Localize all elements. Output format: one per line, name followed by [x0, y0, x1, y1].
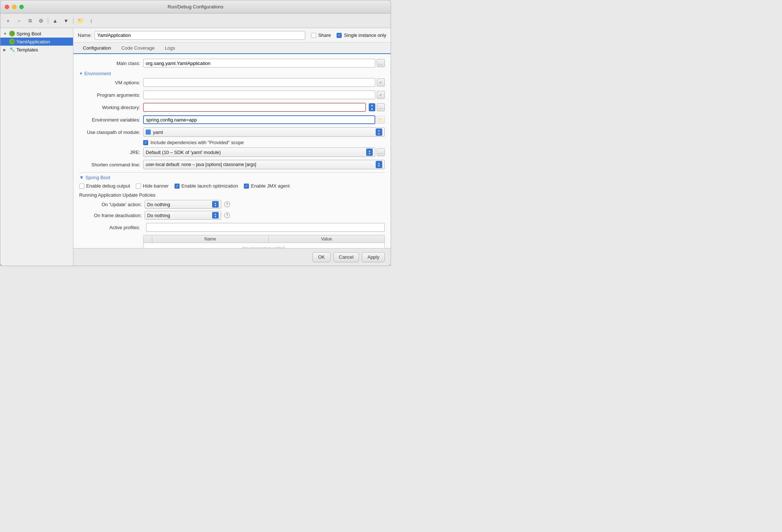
- override-params-label-row: Override parameters: Name Value: [79, 235, 385, 248]
- env-vars-label: Environment variables:: [79, 117, 143, 123]
- ok-button[interactable]: OK: [313, 252, 330, 262]
- on-frame-deact-help-icon[interactable]: ?: [224, 212, 230, 218]
- run-debug-config-window: Run/Debug Configurations + − ⧉ ⚙ ▲ ▼ 📁 ↕…: [0, 0, 391, 266]
- add-config-button[interactable]: +: [3, 17, 13, 25]
- active-profiles-input[interactable]: [146, 223, 385, 232]
- working-dir-label: Working directory:: [79, 105, 143, 110]
- titlebar: Run/Debug Configurations: [0, 0, 391, 14]
- yaml-application-label: YamlApplication: [16, 39, 50, 45]
- jre-browse-button[interactable]: …: [377, 148, 385, 156]
- spring-boot-arrow-icon: ▼: [3, 32, 8, 36]
- up-button[interactable]: ▲: [50, 17, 60, 25]
- working-dir-input[interactable]: [143, 103, 366, 112]
- sidebar-item-templates[interactable]: ▶ 🔧 Templates: [0, 46, 73, 54]
- spring-boot-checkboxes: Enable debug output Hide banner Enable l…: [79, 183, 385, 189]
- vm-options-field: ⤢: [143, 78, 385, 87]
- sidebar: ▼ 🌿 Spring Boot 🌿 YamlApplication ▶ 🔧 Te…: [0, 28, 73, 266]
- close-button[interactable]: [5, 5, 9, 9]
- share-label: Share: [318, 32, 331, 38]
- override-params-table: Name Value No parameters added. + −: [143, 235, 385, 248]
- apply-button[interactable]: Apply: [362, 252, 385, 262]
- include-deps-row: Include dependencies with "Provided" sco…: [79, 140, 385, 145]
- shorten-cmd-field: user-local default: none – java [options…: [143, 160, 385, 169]
- name-label: Name:: [78, 32, 92, 38]
- enable-debug-checkbox[interactable]: [79, 184, 84, 189]
- main-class-field: …: [143, 59, 385, 68]
- active-profiles-label: Active profiles:: [79, 225, 143, 230]
- environment-section-header: ▼ Environment: [79, 71, 385, 76]
- single-instance-checkbox[interactable]: [337, 33, 342, 38]
- settings-button[interactable]: ⚙: [36, 17, 46, 25]
- classpath-value: yaml: [153, 130, 163, 135]
- vm-options-row: VM options: ⤢: [79, 78, 385, 87]
- enable-jmx-checkbox[interactable]: [244, 184, 249, 189]
- on-frame-deact-label: On frame deactivation:: [85, 213, 142, 218]
- working-dir-browse-button[interactable]: …: [377, 103, 385, 111]
- minimize-button[interactable]: [12, 5, 16, 9]
- program-args-row: Program arguments: ⤢: [79, 90, 385, 100]
- vm-options-expand-button[interactable]: ⤢: [377, 78, 385, 86]
- hide-banner-checkbox[interactable]: [136, 184, 141, 189]
- sort-button[interactable]: ↕: [87, 17, 96, 25]
- jre-select[interactable]: Default (10 – SDK of 'yaml' module) ▲ ▼: [143, 147, 375, 157]
- include-deps-label: Include dependencies with "Provided" sco…: [150, 140, 244, 145]
- on-update-value: Do nothing: [147, 202, 170, 207]
- tab-configuration[interactable]: Configuration: [78, 43, 116, 54]
- templates-arrow-icon: ▶: [3, 48, 8, 52]
- on-update-help-icon[interactable]: ?: [224, 201, 230, 207]
- sidebar-item-spring-boot[interactable]: ▼ 🌿 Spring Boot: [0, 30, 73, 38]
- program-args-input[interactable]: [143, 90, 375, 99]
- params-name-col: Name: [152, 235, 269, 243]
- policies-title: Running Application Update Policies: [79, 192, 385, 198]
- single-instance-section: Single instance only: [337, 32, 386, 38]
- cancel-button[interactable]: Cancel: [333, 252, 359, 262]
- env-vars-input[interactable]: [143, 115, 375, 124]
- classpath-label: Use classpath of module:: [79, 130, 143, 135]
- enable-debug-label: Enable debug output: [86, 183, 130, 189]
- tab-logs[interactable]: Logs: [160, 43, 180, 54]
- name-input[interactable]: [95, 31, 305, 40]
- active-profiles-row: Active profiles:: [79, 223, 385, 232]
- main-content: ▼ 🌿 Spring Boot 🌿 YamlApplication ▶ 🔧 Te…: [0, 28, 391, 266]
- classpath-arrows: ▲ ▼: [376, 128, 382, 136]
- main-class-input[interactable]: [143, 59, 375, 68]
- spring-boot-section-arrow: ▼: [79, 175, 84, 180]
- jre-value: Default (10 – SDK of 'yaml' module): [146, 150, 221, 155]
- classpath-select[interactable]: yaml ▲ ▼: [143, 127, 385, 137]
- enable-launch-opt-item: Enable launch optimization: [175, 183, 238, 189]
- spring-boot-section-header: ▼ Spring Boot: [79, 175, 385, 180]
- on-update-select[interactable]: Do nothing ▲ ▼: [145, 200, 221, 209]
- sidebar-item-yaml-application[interactable]: 🌿 YamlApplication: [0, 38, 73, 46]
- separator-1: [79, 172, 385, 173]
- tab-code-coverage[interactable]: Code Coverage: [116, 43, 160, 54]
- jre-dropdown-arrows: ▲ ▼: [366, 149, 373, 156]
- maximize-button[interactable]: [19, 5, 24, 9]
- shorten-cmd-select[interactable]: user-local default: none – java [options…: [143, 160, 385, 169]
- vm-options-input[interactable]: [143, 78, 375, 87]
- on-frame-deact-select[interactable]: Do nothing ▲ ▼: [145, 211, 221, 220]
- include-deps-checkbox[interactable]: [143, 140, 148, 145]
- program-args-expand-button[interactable]: ⤢: [377, 91, 385, 99]
- env-vars-browse-button[interactable]: 📁: [377, 116, 385, 124]
- share-checkbox[interactable]: [311, 33, 316, 38]
- remove-config-button[interactable]: −: [14, 17, 24, 25]
- params-body-empty: No parameters added.: [143, 243, 384, 248]
- shorten-cmd-arrows: ▲ ▼: [376, 161, 382, 168]
- tabs-bar: Configuration Code Coverage Logs: [73, 43, 391, 54]
- override-params-section: Override parameters: Name Value: [79, 235, 385, 248]
- toolbar-separator-2: [73, 18, 73, 24]
- params-table-header: Name Value: [143, 235, 384, 243]
- move-to-folder-button[interactable]: 📁: [76, 17, 85, 25]
- working-dir-dropdown-button[interactable]: ▲ ▼: [369, 103, 375, 111]
- module-icon: [146, 130, 151, 135]
- down-button[interactable]: ▼: [61, 17, 71, 25]
- classpath-field: yaml ▲ ▼: [143, 127, 385, 137]
- program-args-field: ⤢: [143, 90, 385, 99]
- main-class-browse-button[interactable]: …: [377, 59, 385, 67]
- top-toolbar: + − ⧉ ⚙ ▲ ▼ 📁 ↕: [0, 14, 391, 28]
- enable-launch-opt-checkbox[interactable]: [175, 184, 180, 189]
- env-arrow-icon: ▼: [79, 72, 83, 76]
- spring-boot-section-label: Spring Boot: [85, 175, 110, 180]
- jre-label: JRE:: [79, 150, 143, 155]
- copy-config-button[interactable]: ⧉: [25, 17, 35, 25]
